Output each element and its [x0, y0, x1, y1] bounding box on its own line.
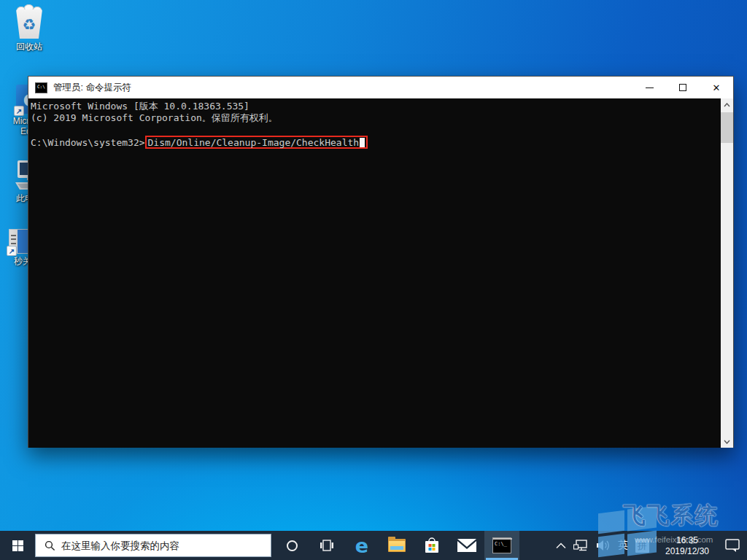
start-button[interactable]: [0, 531, 35, 560]
minimize-button[interactable]: [632, 77, 666, 98]
speaker-icon: [597, 540, 611, 551]
close-button[interactable]: ✕: [700, 77, 733, 98]
scroll-up-icon[interactable]: [721, 98, 733, 111]
console-line: Microsoft Windows [版本 10.0.18363.535]: [31, 101, 719, 112]
tray-date: 2019/12/30: [657, 546, 718, 557]
cortana-button[interactable]: [274, 531, 309, 560]
maximize-icon: [679, 84, 686, 91]
store-icon: [424, 537, 440, 554]
task-view-button[interactable]: [309, 531, 344, 560]
windows-logo-icon: [12, 540, 23, 551]
taskbar: e C:\_: [0, 531, 747, 560]
tray-time: 16:35: [657, 535, 718, 546]
mail-button[interactable]: [449, 531, 484, 560]
taskbar-search[interactable]: [35, 534, 271, 557]
console-output[interactable]: Microsoft Windows [版本 10.0.18363.535] (c…: [28, 98, 733, 448]
desktop-icon-label: 回收站: [16, 42, 42, 52]
edge-icon: e: [355, 536, 368, 556]
cmd-window: C:\ 管理员: 命令提示符 ✕ Microsoft Windows [版本 1…: [28, 76, 734, 448]
console-command: Dism/Online/Cleanup-Image/CheckHealth: [148, 137, 360, 148]
shortcut-arrow-icon: ↗: [7, 246, 17, 256]
watermark-brand: 飞飞系统: [623, 500, 719, 531]
text-cursor: [360, 138, 365, 147]
file-explorer-icon: [388, 539, 406, 552]
maximize-button[interactable]: [666, 77, 700, 98]
network-icon: [573, 540, 589, 551]
console-prompt: C:\Windows\system32>: [31, 137, 145, 148]
chevron-up-icon: [556, 542, 566, 549]
scroll-down-icon[interactable]: [721, 435, 733, 448]
clock[interactable]: 16:35 2019/12/30: [653, 531, 721, 560]
search-input[interactable]: [61, 540, 271, 551]
console-prompt-row: C:\Windows\system32>Dism/Online/Cleanup-…: [31, 136, 719, 149]
desktop-root: ♻ 回收站 e ↗ Microsoft Edge 此电脑 ↗ 秒关: [0, 0, 747, 560]
window-title: 管理员: 命令提示符: [53, 82, 131, 94]
ime-language-button[interactable]: 英: [614, 531, 632, 560]
recycle-bin-icon: ♻: [12, 4, 46, 39]
tray-overflow-button[interactable]: [552, 531, 570, 560]
network-button[interactable]: [570, 531, 593, 560]
console-line: (c) 2019 Microsoft Corporation。保留所有权利。: [31, 112, 719, 124]
ime-input-button[interactable]: 拼: [632, 531, 653, 560]
action-center-icon: [725, 539, 740, 553]
cmd-icon: C:\_: [492, 537, 511, 553]
action-center-button[interactable]: [721, 531, 747, 560]
desktop-icon-recycle-bin[interactable]: ♻ 回收站: [4, 4, 54, 52]
vertical-scrollbar[interactable]: [721, 98, 733, 448]
cortana-icon: [287, 540, 298, 551]
minimize-icon: [646, 88, 654, 88]
task-view-icon: [320, 540, 333, 551]
cmd-titlebar[interactable]: C:\ 管理员: 命令提示符 ✕: [28, 77, 733, 98]
file-explorer-button[interactable]: [379, 531, 414, 560]
cmd-window-icon: C:\: [35, 82, 47, 93]
ime-pinyin-icon: 拼: [635, 539, 649, 553]
search-icon: [44, 540, 55, 551]
console-line-blank: [31, 124, 719, 136]
recycle-glyph: ♻: [23, 17, 36, 32]
close-icon: ✕: [713, 82, 721, 93]
taskbar-cmd-button[interactable]: C:\_: [484, 531, 519, 560]
volume-button[interactable]: [593, 531, 614, 560]
shortcut-arrow-icon: ↗: [14, 106, 24, 116]
store-button[interactable]: [414, 531, 449, 560]
taskbar-edge-button[interactable]: e: [344, 531, 379, 560]
scrollbar-thumb[interactable]: [721, 112, 733, 143]
system-tray: 英 拼 16:35 2019/12/30: [552, 531, 747, 560]
command-highlight-box: Dism/Online/Cleanup-Image/CheckHealth: [145, 136, 368, 149]
mail-icon: [457, 539, 476, 552]
